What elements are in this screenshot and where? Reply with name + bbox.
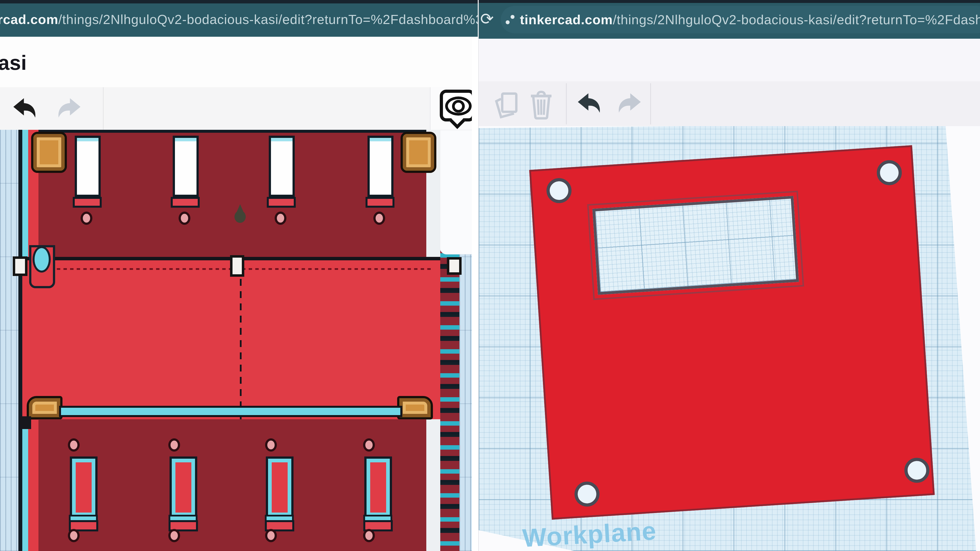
window-slot-filled — [364, 456, 392, 518]
screw-hole — [265, 438, 277, 452]
left-chrome-top-edge — [0, 0, 478, 3]
shape-wall-top[interactable] — [38, 130, 426, 262]
screw-hole — [168, 438, 180, 452]
screw-hole — [363, 438, 375, 452]
plate-corner-hole — [876, 159, 902, 186]
toolbar-divider — [650, 83, 651, 124]
right-url-domain: tinkercad.com — [520, 12, 613, 27]
duplicate-icon[interactable] — [492, 91, 522, 119]
shape-bottom-edge — [59, 406, 402, 417]
object-edge-profile — [440, 243, 460, 551]
object-left-edge — [18, 130, 22, 551]
view-mode-button[interactable] — [431, 87, 478, 130]
corner-fitting — [401, 132, 436, 173]
left-browser-chrome: rcad.com/things/2NlhguloQv2-bodacious-ka… — [0, 0, 478, 37]
window-sill — [171, 197, 200, 208]
pane-divider — [472, 37, 478, 551]
right-chrome-top-edge — [478, 0, 980, 3]
scale-handle-side[interactable] — [447, 257, 461, 275]
window-sill — [73, 197, 102, 208]
screw-hole — [373, 211, 385, 225]
shape-wall-bottom[interactable] — [38, 419, 426, 551]
screw-hole — [68, 529, 80, 542]
left-url-domain: rcad.com — [0, 12, 58, 27]
screw-hole — [68, 438, 80, 452]
window-slot-filled — [266, 456, 294, 518]
workplane-grid-strip-left — [0, 130, 19, 551]
screw-hole — [168, 529, 180, 542]
red-plate-shape[interactable] — [529, 145, 935, 520]
left-pane: rcad.com/things/2NlhguloQv2-bodacious-ka… — [0, 0, 478, 551]
cylinder-hole-top — [33, 246, 51, 273]
undo-icon[interactable] — [12, 97, 39, 121]
left-address-bar[interactable]: rcad.com/things/2NlhguloQv2-bodacious-ka… — [0, 12, 478, 27]
plate-corner-hole — [904, 457, 930, 483]
right-address-bar[interactable]: tinkercad.com/things/2NlhguloQv2-bodacio… — [501, 6, 980, 33]
screw-hole — [81, 211, 92, 225]
plate-rect-cutout — [592, 196, 799, 295]
window-slot-filled — [170, 456, 197, 518]
screw-hole — [178, 211, 190, 225]
design-title-partial[interactable]: asi — [0, 51, 27, 75]
redo-icon[interactable] — [55, 97, 82, 121]
right-toolbar — [479, 81, 980, 126]
plate-corner-hole — [574, 481, 600, 507]
screw-hole — [363, 529, 375, 542]
undo-icon[interactable] — [576, 92, 603, 116]
window-slot — [75, 136, 101, 197]
corner-bracket — [397, 396, 433, 419]
selected-shape-band[interactable] — [22, 257, 440, 419]
plate-corner-hole — [546, 177, 572, 204]
right-page-header — [479, 39, 980, 82]
window-slot — [173, 136, 199, 197]
alignment-dashed-line — [240, 279, 242, 419]
window-sill — [267, 197, 296, 208]
left-url-path: /things/2NlhguloQv2-bodacious-kasi/edit?… — [58, 12, 478, 27]
screw-hole — [265, 529, 277, 542]
scale-handle-center[interactable] — [230, 255, 244, 277]
corner-bracket — [27, 396, 62, 419]
corner-node — [20, 416, 31, 429]
window-sill — [366, 197, 395, 208]
screw-hole — [275, 211, 286, 225]
teardrop-mark — [234, 211, 246, 223]
eye-callout-icon — [438, 89, 474, 125]
window-slot — [269, 136, 295, 197]
corner-fitting — [31, 132, 67, 173]
right-canvas[interactable]: Workplane — [479, 126, 980, 551]
window-slot-filled — [70, 456, 97, 518]
window-slot — [368, 136, 393, 197]
left-page-header: asi — [0, 37, 478, 88]
reload-icon[interactable]: ⟳ — [480, 11, 494, 27]
redo-icon[interactable] — [616, 92, 643, 116]
right-url-path: /things/2NlhguloQv2-bodacious-kasi/edit?… — [613, 12, 980, 27]
delete-icon[interactable] — [528, 90, 555, 119]
toolbar-divider — [566, 83, 567, 124]
right-browser-chrome: ⟳ tinkercad.com/things/2NlhguloQv2-bodac… — [478, 0, 980, 39]
app-window: rcad.com/things/2NlhguloQv2-bodacious-ka… — [0, 0, 980, 551]
left-toolbar — [0, 87, 478, 130]
toolbar-divider — [103, 87, 103, 130]
left-canvas[interactable] — [0, 130, 478, 551]
right-pane: ⟳ tinkercad.com/things/2NlhguloQv2-bodac… — [478, 0, 980, 551]
scale-handle-left[interactable] — [13, 256, 27, 276]
